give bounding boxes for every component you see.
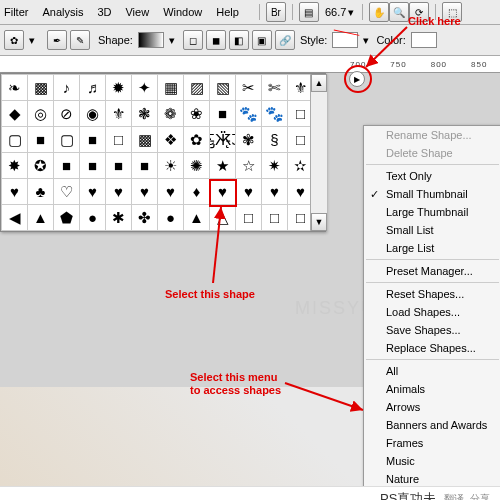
shape-burst8[interactable]: ✹ (106, 75, 131, 100)
page-footer: PS真功夫 翻译. 分享 (0, 486, 500, 500)
shape-heart[interactable]: ♥ (2, 179, 27, 204)
shape-triangle[interactable]: ▲ (28, 205, 53, 230)
shape-black[interactable]: ■ (80, 127, 105, 152)
shape-burst4[interactable]: ✷ (262, 153, 287, 178)
menu-item-music[interactable]: Music (364, 452, 500, 470)
menu-item-small-list[interactable]: Small List (364, 221, 500, 239)
shape-black[interactable]: ■ (54, 153, 79, 178)
film-icon[interactable]: ▤ (299, 2, 319, 22)
shape-fleur2[interactable]: ⚜ (106, 101, 131, 126)
shape-diamond2[interactable]: ♦ (184, 179, 209, 204)
shape-black[interactable]: ■ (80, 153, 105, 178)
shape-butterfly[interactable]: Ƹ̵̡Ӝ̵̨̄Ʒ (210, 127, 235, 152)
shape-orn4[interactable]: ❖ (158, 127, 183, 152)
shape-square[interactable]: □ (106, 127, 131, 152)
shape-orn5[interactable]: ✿ (184, 127, 209, 152)
shape-circle[interactable]: ● (80, 205, 105, 230)
shape-scissors2[interactable]: ✄ (262, 75, 287, 100)
mode3-icon[interactable]: ◧ (229, 30, 249, 50)
shape-ring[interactable]: ◎ (28, 101, 53, 126)
shape-orn[interactable]: ❃ (132, 101, 157, 126)
menu-analysis[interactable]: Analysis (42, 6, 83, 18)
pen2-icon[interactable]: ✎ (70, 30, 90, 50)
mode1-icon[interactable]: ◻ (183, 30, 203, 50)
shape-burst5[interactable]: ✱ (106, 205, 131, 230)
menu-help[interactable]: Help (216, 6, 239, 18)
shape-penta[interactable]: ⬟ (54, 205, 79, 230)
zoom-value[interactable]: 66.7 (325, 6, 346, 18)
shape-nosign[interactable]: ⊘ (54, 101, 79, 126)
hand-icon[interactable]: ✋ (369, 2, 389, 22)
shape-swirl[interactable]: § (262, 127, 287, 152)
shape-scrollbar[interactable]: ▲ ▼ (310, 74, 327, 231)
shape-star2[interactable]: ☆ (236, 153, 261, 178)
shape-hollow[interactable]: ▢ (54, 127, 79, 152)
shape-arrowL[interactable]: ◀ (2, 205, 27, 230)
menu-item-text-only[interactable]: Text Only (364, 167, 500, 185)
shape-checker[interactable]: ▨ (184, 75, 209, 100)
shape-black[interactable]: ■ (132, 153, 157, 178)
shape-burst[interactable]: ✸ (2, 153, 27, 178)
mode4-icon[interactable]: ▣ (252, 30, 272, 50)
shape-clover[interactable]: ✤ (132, 205, 157, 230)
shape-tile[interactable]: ▩ (28, 75, 53, 100)
menu-item-reset-shapes[interactable]: Reset Shapes... (364, 285, 500, 303)
shape-black[interactable]: ■ (210, 101, 235, 126)
shape-preview[interactable] (138, 32, 164, 48)
anno-select-menu1: Select this menu (190, 371, 277, 383)
shape-burst2[interactable]: ☀ (158, 153, 183, 178)
shape-club[interactable]: ♣ (28, 179, 53, 204)
svg-line-2 (366, 27, 407, 67)
menu-item-large-list[interactable]: Large List (364, 239, 500, 257)
shape-orn2[interactable]: ❁ (158, 101, 183, 126)
shape-sparkle[interactable]: ✦ (132, 75, 157, 100)
shape-leaf[interactable]: ❧ (2, 75, 27, 100)
shape-heart[interactable]: ♥ (132, 179, 157, 204)
scroll-up-icon[interactable]: ▲ (311, 74, 327, 92)
menu-3d[interactable]: 3D (97, 6, 111, 18)
mode2-icon[interactable]: ◼ (206, 30, 226, 50)
zoom-icon[interactable]: 🔍 (389, 2, 409, 22)
shape-checker2[interactable]: ▧ (210, 75, 235, 100)
shape-scissors[interactable]: ✂ (236, 75, 261, 100)
shape-orn6[interactable]: ✾ (236, 127, 261, 152)
menu-item-save-shapes[interactable]: Save Shapes... (364, 321, 500, 339)
shape-music[interactable]: ♬ (80, 75, 105, 100)
shape-target[interactable]: ◉ (80, 101, 105, 126)
menu-item-preset-manager[interactable]: Preset Manager... (364, 262, 500, 280)
shape-grid[interactable]: ▦ (158, 75, 183, 100)
shape-diamond[interactable]: ◆ (2, 101, 27, 126)
menu-item-load-shapes[interactable]: Load Shapes... (364, 303, 500, 321)
shape-paw2[interactable]: 🐾 (262, 101, 287, 126)
shape-burst3[interactable]: ✺ (184, 153, 209, 178)
scroll-down-icon[interactable]: ▼ (311, 213, 327, 231)
shape-hollow[interactable]: ▢ (2, 127, 27, 152)
shape-note[interactable]: ♪ (54, 75, 79, 100)
shape-seal[interactable]: ✪ (28, 153, 53, 178)
shape-star[interactable]: ★ (210, 153, 235, 178)
shape-circle[interactable]: ● (158, 205, 183, 230)
shape-black[interactable]: ■ (28, 127, 53, 152)
shape-square[interactable]: □ (262, 205, 287, 230)
menu-view[interactable]: View (125, 6, 149, 18)
shape-heart[interactable]: ♥ (236, 179, 261, 204)
menu-item-small-thumbnail[interactable]: Small Thumbnail (364, 185, 500, 203)
menu-item-large-thumbnail[interactable]: Large Thumbnail (364, 203, 500, 221)
shape-paw[interactable]: 🐾 (236, 101, 261, 126)
shape-orn3[interactable]: ❀ (184, 101, 209, 126)
shape-heart2[interactable]: ♡ (54, 179, 79, 204)
bridge-icon[interactable]: Br (266, 2, 286, 22)
shape-heart[interactable]: ♥ (262, 179, 287, 204)
shape-black[interactable]: ■ (106, 153, 131, 178)
shape-heart[interactable]: ♥ (158, 179, 183, 204)
link-icon[interactable]: 🔗 (275, 30, 295, 50)
work-area: MISSYUAN.COM ❧▩♪♬✹✦▦▨▧✂✄⚜◆◎⊘◉⚜❃❁❀■🐾🐾□▢■▢… (0, 73, 500, 500)
menu-filter[interactable]: Filter (4, 6, 28, 18)
custom-shape-tool-icon[interactable]: ✿ (4, 30, 24, 50)
shape-heart[interactable]: ♥ (80, 179, 105, 204)
pen-icon[interactable]: ✒ (47, 30, 67, 50)
menu-window[interactable]: Window (163, 6, 202, 18)
shape-heart[interactable]: ♥ (106, 179, 131, 204)
shape-tile2[interactable]: ▩ (132, 127, 157, 152)
style-swatch[interactable] (332, 32, 358, 48)
